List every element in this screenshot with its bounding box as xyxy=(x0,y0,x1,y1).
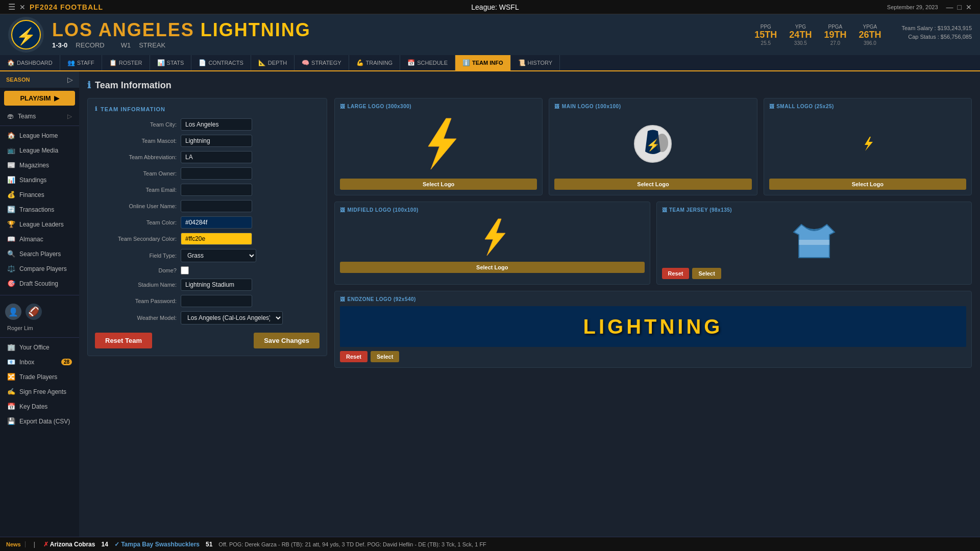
reset-endzone-button[interactable]: Reset xyxy=(340,351,368,362)
tab-schedule[interactable]: 📅SCHEDULE xyxy=(400,55,455,70)
minimize-icon[interactable]: — xyxy=(946,3,953,11)
sidebar-label-key-dates: Key Dates xyxy=(19,403,47,410)
sidebar-item-trade-players[interactable]: 🔀 Trade Players xyxy=(0,369,79,384)
select-jersey-button[interactable]: Select xyxy=(692,268,721,279)
team-secondary-input[interactable] xyxy=(181,233,252,245)
team-abbrev-label: Team Abbreviation: xyxy=(95,154,177,160)
stadium-name-input[interactable] xyxy=(181,279,252,291)
field-type-select[interactable]: Grass Turf xyxy=(181,249,256,262)
sidebar-label-inbox: Inbox xyxy=(19,359,34,366)
team-email-input[interactable] xyxy=(181,184,252,196)
draft-scouting-icon: 🎯 xyxy=(7,280,15,287)
salary-info: Team Salary : $193,243,915 Cap Status : … xyxy=(901,24,972,46)
finances-icon: 💰 xyxy=(7,191,15,198)
team-owner-input[interactable] xyxy=(181,167,252,180)
endzone-text: LIGHTNING xyxy=(583,315,723,338)
tab-training[interactable]: 💪TRAINING xyxy=(349,55,401,70)
select-large-logo-button[interactable]: Select Logo xyxy=(340,179,537,190)
play-sim-button[interactable]: PLAY/SIM ▶ xyxy=(4,91,75,106)
midfield-logo-title: 🖼 MIDFIELD LOGO (100x100) xyxy=(340,207,645,213)
save-changes-button[interactable]: Save Changes xyxy=(254,333,320,348)
tab-stats[interactable]: 📊STATS xyxy=(150,55,192,70)
image-icon: 🖼 xyxy=(340,104,346,109)
sidebar-item-your-office[interactable]: 🏢 Your Office xyxy=(0,340,79,355)
tab-history[interactable]: 📜HISTORY xyxy=(511,55,560,70)
export-data-icon: 💾 xyxy=(7,417,15,425)
endzone-preview: LIGHTNING xyxy=(340,306,966,347)
sidebar-item-sign-free-agents[interactable]: ✍️ Sign Free Agents xyxy=(0,384,79,399)
search-players-icon: 🔍 xyxy=(7,250,15,258)
team-password-input[interactable] xyxy=(181,295,252,307)
record-value: 1-3-0 xyxy=(52,41,67,49)
sidebar-item-search-players[interactable]: 🔍 Search Players xyxy=(0,246,79,261)
inbox-badge: 28 xyxy=(61,359,72,365)
sidebar-item-almanac[interactable]: 📖 Almanac xyxy=(0,232,79,246)
transactions-icon: 🔄 xyxy=(7,206,15,213)
small-logo-title: 🖼 SMALL LOGO (25x25) xyxy=(769,104,966,109)
team-email-label: Team Email: xyxy=(95,187,177,193)
svg-marker-6 xyxy=(865,137,873,151)
sidebar-toggle-icon[interactable]: ▷ xyxy=(67,76,73,84)
large-logo-preview xyxy=(340,113,537,174)
header: ⚡ LOS ANGELES LIGHTNING 1-3-0 RECORD W1 … xyxy=(0,14,980,55)
team-city-input[interactable] xyxy=(181,118,252,131)
team-mascot-label: Team Mascot: xyxy=(95,138,177,144)
tab-contracts[interactable]: 📄CONTRACTS xyxy=(191,55,251,70)
standings-icon: 📊 xyxy=(7,176,15,184)
league-media-icon: 📺 xyxy=(7,146,15,154)
logo-row-mid: 🖼 MIDFIELD LOGO (100x100) Select Logo xyxy=(334,202,972,285)
field-type-label: Field Type: xyxy=(95,253,177,259)
sidebar-item-compare-players[interactable]: ⚖️ Compare Players xyxy=(0,261,79,276)
reset-team-button[interactable]: Reset Team xyxy=(95,333,152,348)
news-label: News xyxy=(6,541,26,547)
sidebar-label-trade-players: Trade Players xyxy=(19,373,57,381)
sidebar-item-league-home[interactable]: 🏠 League Home xyxy=(0,128,79,143)
team-abbrev-input[interactable] xyxy=(181,151,252,163)
reset-jersey-button[interactable]: Reset xyxy=(662,268,690,279)
sidebar-item-teams[interactable]: 🏟 Teams ▷ xyxy=(0,109,79,123)
online-username-input[interactable] xyxy=(181,200,252,212)
team-color-input[interactable] xyxy=(181,216,252,229)
sidebar-item-draft-scouting[interactable]: 🎯 Draft Scouting xyxy=(0,276,79,291)
select-small-logo-button[interactable]: Select Logo xyxy=(769,179,966,190)
field-team-email: Team Email: xyxy=(95,184,320,196)
sidebar-item-finances[interactable]: 💰 Finances xyxy=(0,187,79,202)
close-window-icon[interactable]: ✕ xyxy=(966,3,972,11)
field-online-username: Online User Name: xyxy=(95,200,320,212)
sidebar-item-league-media[interactable]: 📺 League Media xyxy=(0,143,79,158)
maximize-icon[interactable]: □ xyxy=(958,3,962,11)
sidebar-item-transactions[interactable]: 🔄 Transactions xyxy=(0,202,79,217)
score1-team2-win: ✓ Tampa Bay Swashbucklers xyxy=(114,541,200,548)
key-dates-icon: 📅 xyxy=(7,403,15,410)
sidebar-item-league-leaders[interactable]: 🏆 League Leaders xyxy=(0,217,79,232)
tab-staff[interactable]: 👥STAFF xyxy=(60,55,102,70)
sidebar-item-export-data[interactable]: 💾 Export Data (CSV) xyxy=(0,414,79,429)
tab-depth[interactable]: 📐DEPTH xyxy=(251,55,295,70)
select-main-logo-button[interactable]: Select Logo xyxy=(554,179,751,190)
score1-val1: 14 xyxy=(101,541,108,548)
score1-team1-loss: ✗ Arizona Cobras xyxy=(43,541,95,548)
team-mascot-input[interactable] xyxy=(181,135,252,147)
tab-roster[interactable]: 📋ROSTER xyxy=(102,55,150,70)
svg-marker-7 xyxy=(485,219,505,256)
tab-team-info[interactable]: ℹ️TEAM INFO xyxy=(455,55,511,70)
select-midfield-logo-button[interactable]: Select Logo xyxy=(340,262,645,273)
tab-dashboard[interactable]: 🏠DASHBOARD xyxy=(0,55,60,70)
sidebar-item-standings[interactable]: 📊 Standings xyxy=(0,172,79,187)
sidebar-label-sign-free-agents: Sign Free Agents xyxy=(19,388,66,395)
field-dome: Dome? xyxy=(95,266,320,274)
sidebar-label-compare-players: Compare Players xyxy=(19,265,67,272)
menu-icon[interactable]: ☰ xyxy=(8,2,15,12)
sidebar-item-inbox[interactable]: 📧 Inbox 28 xyxy=(0,355,79,369)
sidebar-item-magazines[interactable]: 📰 Magazines xyxy=(0,158,79,172)
sidebar-label-teams: Teams xyxy=(18,113,36,120)
compare-players-icon: ⚖️ xyxy=(7,265,15,272)
weather-model-select[interactable]: Los Angeles (Cal-Los Angeles) xyxy=(181,311,283,324)
tab-strategy[interactable]: 🧠STRATEGY xyxy=(295,55,349,70)
sidebar-item-key-dates[interactable]: 📅 Key Dates xyxy=(0,399,79,414)
close-icon[interactable]: ✕ xyxy=(19,3,26,11)
dome-checkbox[interactable] xyxy=(181,266,189,274)
team-logo: ⚡ xyxy=(8,17,44,53)
select-endzone-button[interactable]: Select xyxy=(371,351,399,362)
field-team-secondary: Team Secondary Color: xyxy=(95,233,320,245)
